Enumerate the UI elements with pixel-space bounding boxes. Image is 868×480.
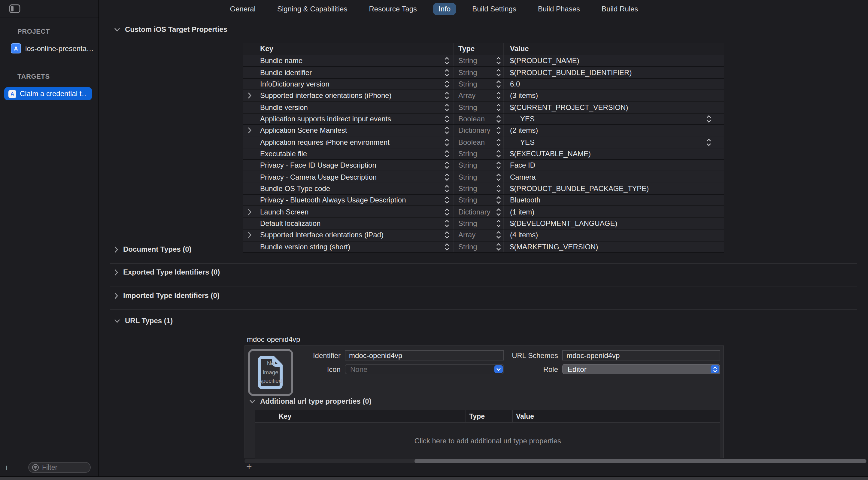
disclosure-chevron-icon[interactable] xyxy=(247,232,252,239)
url-type-image-well[interactable]: Noimagespecified xyxy=(248,349,293,396)
disclosure-chevron-icon[interactable] xyxy=(247,92,252,99)
section-header-document-types-[interactable]: Document Types (0) xyxy=(114,245,192,253)
stepper-icon[interactable] xyxy=(444,138,449,146)
property-value-cell[interactable]: 6.0 xyxy=(503,79,724,90)
property-type-cell[interactable]: String xyxy=(453,102,503,113)
filter-field[interactable]: Filter xyxy=(28,462,91,473)
horizontal-scrollbar-track[interactable] xyxy=(245,459,867,463)
property-key-cell[interactable]: Privacy - Bluetooth Always Usage Descrip… xyxy=(243,194,453,206)
property-row[interactable]: Privacy - Face ID Usage DescriptionStrin… xyxy=(243,160,724,172)
stepper-icon[interactable] xyxy=(496,231,501,239)
property-row[interactable]: Application requires iPhone environmentB… xyxy=(243,137,724,148)
additional-table-empty-area[interactable]: Click here to add additional url type pr… xyxy=(255,423,720,459)
tab-build-settings[interactable]: Build Settings xyxy=(467,3,522,15)
property-key-cell[interactable]: Supported interface orientations (iPad) xyxy=(243,230,453,241)
property-type-cell[interactable]: String xyxy=(453,55,503,66)
property-type-cell[interactable]: Array xyxy=(453,230,503,241)
property-value-cell[interactable]: YES xyxy=(503,113,724,124)
disclosure-chevron-icon[interactable] xyxy=(247,127,252,134)
stepper-icon[interactable] xyxy=(496,57,501,65)
stepper-icon[interactable] xyxy=(444,173,449,181)
property-value-cell[interactable]: Face ID xyxy=(503,160,724,171)
property-row[interactable]: Default localizationString$(DEVELOPMENT_… xyxy=(243,218,724,230)
tab-resource-tags[interactable]: Resource Tags xyxy=(364,3,422,15)
stepper-icon[interactable] xyxy=(444,68,449,76)
stepper-icon[interactable] xyxy=(496,161,501,170)
property-type-cell[interactable]: Array xyxy=(453,90,503,101)
property-value-cell[interactable]: Camera xyxy=(503,172,724,183)
property-row[interactable]: InfoDictionary versionString6.0 xyxy=(243,79,724,90)
role-popup[interactable]: Editor xyxy=(562,364,720,374)
stepper-icon[interactable] xyxy=(496,219,501,228)
property-row[interactable]: Bundle identifierString$(PRODUCT_BUNDLE_… xyxy=(243,67,724,79)
property-type-cell[interactable]: Boolean xyxy=(453,137,503,148)
stepper-icon[interactable] xyxy=(496,92,501,99)
property-type-cell[interactable]: String xyxy=(453,79,503,90)
property-row[interactable]: Bundle version string (short)String$(MAR… xyxy=(243,241,724,253)
property-type-cell[interactable]: String xyxy=(453,241,503,252)
stepper-icon[interactable] xyxy=(444,115,449,123)
property-row[interactable]: Application supports indirect input even… xyxy=(243,113,724,125)
property-value-cell[interactable]: (4 items) xyxy=(503,230,724,241)
property-row[interactable]: Bundle nameString$(PRODUCT_NAME) xyxy=(243,55,724,67)
property-row[interactable]: Bundle OS Type codeString$(PRODUCT_BUNDL… xyxy=(243,183,724,195)
property-row[interactable]: Supported interface orientations (iPad)A… xyxy=(243,230,724,241)
add-target-button[interactable]: + xyxy=(0,462,13,473)
property-row[interactable]: Application Scene ManifestDictionary(2 i… xyxy=(243,125,724,137)
stepper-icon[interactable] xyxy=(706,138,711,146)
stepper-icon[interactable] xyxy=(444,208,449,216)
tab-build-rules[interactable]: Build Rules xyxy=(596,3,643,15)
property-row[interactable]: Supported interface orientations (iPhone… xyxy=(243,90,724,102)
section-header-imported-type-identifiers-[interactable]: Imported Type Identifiers (0) xyxy=(114,291,220,300)
stepper-icon[interactable] xyxy=(444,197,449,204)
project-row[interactable]: A ios-online-presenta… xyxy=(11,43,94,54)
stepper-icon[interactable] xyxy=(444,57,449,65)
stepper-icon[interactable] xyxy=(496,197,501,204)
disclosure-chevron-icon[interactable] xyxy=(114,246,118,252)
property-row[interactable]: Launch ScreenDictionary(1 item) xyxy=(243,206,724,218)
disclosure-chevron-icon[interactable] xyxy=(114,269,118,275)
property-key-cell[interactable]: Bundle version string (short) xyxy=(243,241,453,252)
tab-general[interactable]: General xyxy=(225,3,261,15)
stepper-icon[interactable] xyxy=(496,80,501,88)
property-key-cell[interactable]: InfoDictionary version xyxy=(243,79,453,90)
property-value-cell[interactable]: (2 items) xyxy=(503,125,724,136)
property-type-cell[interactable]: String xyxy=(453,218,503,229)
stepper-icon[interactable] xyxy=(496,173,501,181)
target-row-selected[interactable]: A Claim a credential t… xyxy=(4,87,92,100)
property-key-cell[interactable]: Privacy - Camera Usage Description xyxy=(243,172,453,183)
property-key-cell[interactable]: Application supports indirect input even… xyxy=(243,113,453,124)
stepper-icon[interactable] xyxy=(444,243,449,250)
property-value-cell[interactable]: (3 items) xyxy=(503,90,724,101)
stepper-icon[interactable] xyxy=(496,138,501,146)
stepper-icon[interactable] xyxy=(496,103,501,111)
property-type-cell[interactable]: Dictionary xyxy=(453,125,503,136)
property-key-cell[interactable]: Default localization xyxy=(243,218,453,229)
property-key-cell[interactable]: Bundle OS Type code xyxy=(243,183,453,194)
property-value-cell[interactable]: $(EXECUTABLE_NAME) xyxy=(503,148,724,159)
stepper-icon[interactable] xyxy=(496,185,501,192)
add-url-type-button[interactable]: + xyxy=(246,461,252,472)
property-type-cell[interactable]: Boolean xyxy=(453,113,503,124)
property-key-cell[interactable]: Executable file xyxy=(243,148,453,159)
stepper-icon[interactable] xyxy=(444,185,449,192)
stepper-icon[interactable] xyxy=(444,231,449,239)
property-value-cell[interactable]: $(DEVELOPMENT_LANGUAGE) xyxy=(503,218,724,229)
property-type-cell[interactable]: String xyxy=(453,67,503,78)
remove-target-button[interactable]: − xyxy=(13,462,26,473)
property-row[interactable]: Privacy - Camera Usage DescriptionString… xyxy=(243,172,724,183)
stepper-icon[interactable] xyxy=(496,68,501,76)
property-value-cell[interactable]: $(CURRENT_PROJECT_VERSION) xyxy=(503,102,724,113)
stepper-icon[interactable] xyxy=(496,208,501,216)
property-type-cell[interactable]: String xyxy=(453,183,503,194)
stepper-icon[interactable] xyxy=(496,243,501,250)
stepper-icon[interactable] xyxy=(706,115,711,123)
stepper-icon[interactable] xyxy=(444,161,449,170)
stepper-icon[interactable] xyxy=(444,219,449,228)
disclosure-chevron-icon[interactable] xyxy=(114,292,118,299)
property-row[interactable]: Bundle versionString$(CURRENT_PROJECT_VE… xyxy=(243,102,724,114)
stepper-icon[interactable] xyxy=(444,92,449,99)
section-header-exported-type-identifiers-[interactable]: Exported Type Identifiers (0) xyxy=(114,268,220,276)
property-row[interactable]: Privacy - Bluetooth Always Usage Descrip… xyxy=(243,194,724,206)
property-key-cell[interactable]: Bundle version xyxy=(243,102,453,113)
